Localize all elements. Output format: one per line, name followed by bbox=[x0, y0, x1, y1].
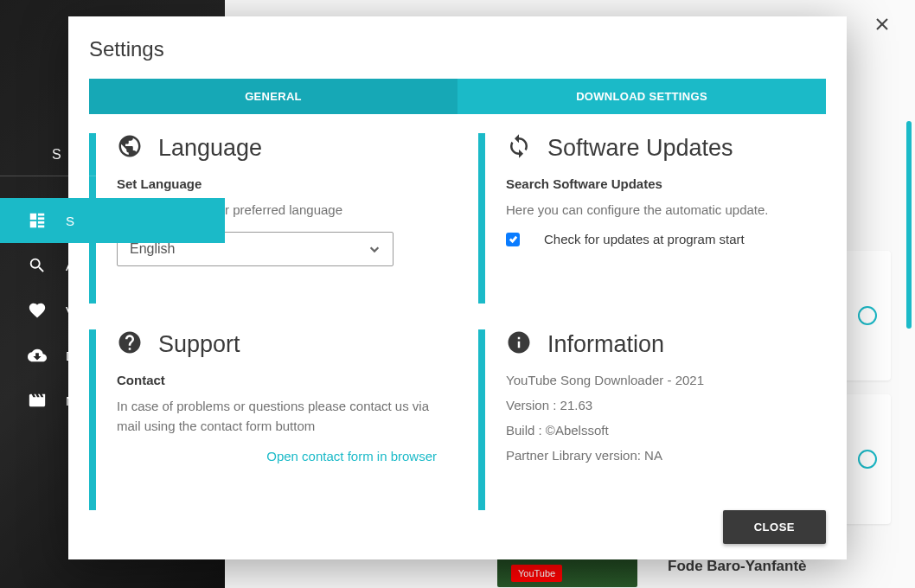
youtube-badge: YouTube bbox=[511, 565, 562, 582]
svg-rect-5 bbox=[38, 226, 44, 228]
checkbox-label: Check for updates at program start bbox=[544, 232, 745, 246]
close-button[interactable]: CLOSE bbox=[723, 510, 826, 544]
sidebar-item-label: N bbox=[66, 393, 75, 408]
info-icon bbox=[506, 329, 532, 359]
sidebar-item-1[interactable]: A bbox=[0, 243, 225, 288]
sidebar-item-label: D bbox=[66, 348, 75, 363]
sidebar-item-label: V bbox=[66, 304, 74, 318]
info-build: Build : ©Abelssoft bbox=[506, 423, 826, 438]
modal-footer: CLOSE bbox=[68, 510, 847, 544]
cloud-download-icon bbox=[28, 346, 47, 365]
svg-rect-4 bbox=[38, 221, 44, 224]
modal-title: Settings bbox=[68, 16, 847, 79]
chevron-down-icon bbox=[368, 243, 381, 255]
sidebar-item-3[interactable]: D bbox=[0, 333, 225, 378]
download-circle-icon[interactable] bbox=[858, 450, 877, 469]
sidebar-item-0[interactable]: S bbox=[0, 198, 225, 243]
info-partner: Partner Library version: NA bbox=[506, 448, 826, 463]
grid-icon bbox=[28, 211, 47, 230]
refresh-icon bbox=[506, 133, 532, 163]
sidebar-item-label: S bbox=[66, 214, 74, 228]
card-stub bbox=[844, 394, 891, 524]
film-icon bbox=[28, 391, 47, 410]
panel-updates: Software Updates Search Software Updates… bbox=[478, 133, 826, 304]
panel-title: Information bbox=[547, 331, 664, 358]
search-icon bbox=[28, 256, 47, 275]
panel-description: Here you can configure the automatic upd… bbox=[506, 200, 826, 220]
scrollbar[interactable] bbox=[906, 121, 912, 329]
tab-download-settings[interactable]: DOWNLOAD SETTINGS bbox=[458, 79, 826, 114]
svg-rect-3 bbox=[30, 221, 36, 227]
contact-link[interactable]: Open contact form in browser bbox=[117, 449, 437, 463]
panel-information: Information YouTube Song Downloader - 20… bbox=[478, 329, 826, 510]
info-app: YouTube Song Downloader - 2021 bbox=[506, 373, 826, 387]
svg-rect-1 bbox=[38, 214, 44, 216]
card-stub bbox=[844, 251, 891, 380]
content-cards bbox=[844, 251, 891, 538]
sidebar-item-label: A bbox=[66, 259, 74, 273]
svg-rect-0 bbox=[30, 214, 36, 220]
sidebar-search-letter: S bbox=[0, 147, 208, 176]
download-circle-icon[interactable] bbox=[858, 306, 877, 325]
checkbox-row: Check for updates at program start bbox=[506, 232, 826, 246]
panel-subtitle: Search Software Updates bbox=[506, 176, 826, 191]
info-version: Version : 21.63 bbox=[506, 398, 826, 412]
checkbox-updates[interactable] bbox=[506, 233, 520, 246]
sidebar-item-2[interactable]: V bbox=[0, 288, 225, 333]
tabs: GENERAL DOWNLOAD SETTINGS bbox=[89, 79, 826, 114]
close-icon[interactable] bbox=[875, 17, 889, 35]
panel-title: Software Updates bbox=[547, 135, 733, 162]
panel-subtitle: Set Language bbox=[117, 176, 437, 191]
tab-general[interactable]: GENERAL bbox=[89, 79, 458, 114]
svg-rect-2 bbox=[38, 217, 44, 220]
song-title: Fode Baro-Yanfantè bbox=[668, 558, 807, 575]
info-list: YouTube Song Downloader - 2021 Version :… bbox=[506, 373, 826, 463]
check-icon bbox=[509, 234, 518, 244]
sidebar-item-4[interactable]: N bbox=[0, 378, 225, 423]
heart-icon bbox=[28, 301, 47, 320]
